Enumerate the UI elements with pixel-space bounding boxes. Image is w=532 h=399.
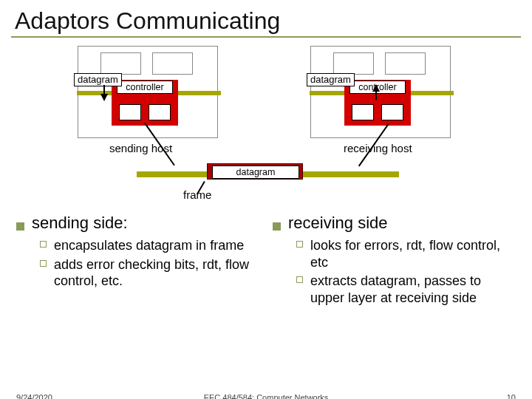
heading-text: receiving side	[288, 214, 388, 233]
app-box	[333, 52, 374, 75]
item-text: looks for errors, rdt, flow control, etc	[310, 237, 516, 270]
bullet-square-icon	[16, 222, 24, 231]
diagram-area: controller datagram sending host control…	[22, 42, 510, 212]
arrow-stem	[375, 91, 377, 100]
buffer-cell	[352, 104, 374, 120]
list-item: adds error checking bits, rdt, flow cont…	[40, 256, 259, 290]
bullet-outline-icon	[40, 260, 47, 267]
receiving-host-box: controller	[310, 46, 451, 138]
buffer-cell	[119, 104, 141, 120]
footer-course: EEC 484/584: Computer Networks	[0, 393, 532, 399]
bullet-outline-icon	[40, 241, 47, 248]
frame-box: datagram	[207, 163, 303, 180]
arrow-down-icon	[100, 94, 108, 101]
receiving-host-label: receiving host	[344, 142, 412, 154]
list-item: looks for errors, rdt, flow control, etc	[296, 237, 516, 270]
footer-page: 10	[507, 393, 516, 399]
left-column: sending side: encapsulates datagram in f…	[16, 212, 259, 308]
bullet-square-icon	[273, 222, 281, 231]
item-text: extracts datagram, passes to upper layer…	[310, 273, 516, 306]
item-text: encapsulates datagram in frame	[54, 237, 244, 254]
arrow-up-icon	[372, 84, 380, 92]
buffer-cell	[381, 104, 403, 120]
bullet-outline-icon	[296, 241, 303, 248]
controller-label: controller	[117, 81, 173, 94]
bullet-outline-icon	[296, 276, 303, 283]
list-item: extracts datagram, passes to upper layer…	[296, 273, 516, 306]
datagram-label: datagram	[307, 73, 355, 86]
sending-host-box: controller	[78, 46, 218, 138]
content-columns: sending side: encapsulates datagram in f…	[0, 212, 532, 308]
sending-side-heading: sending side:	[16, 214, 259, 233]
buffer-cell	[149, 104, 171, 120]
right-column: receiving side looks for errors, rdt, fl…	[273, 212, 516, 308]
heading-text: sending side:	[32, 214, 128, 233]
receiving-side-heading: receiving side	[273, 214, 516, 233]
slide-title: Adaptors Communicating	[0, 0, 532, 36]
title-rule	[11, 36, 521, 38]
app-box	[152, 52, 193, 75]
frame-payload-label: datagram	[212, 166, 299, 179]
app-box	[100, 52, 141, 75]
app-box	[385, 52, 426, 75]
item-text: adds error checking bits, rdt, flow cont…	[54, 256, 259, 290]
datagram-label: datagram	[74, 73, 122, 86]
list-item: encapsulates datagram in frame	[40, 237, 259, 254]
